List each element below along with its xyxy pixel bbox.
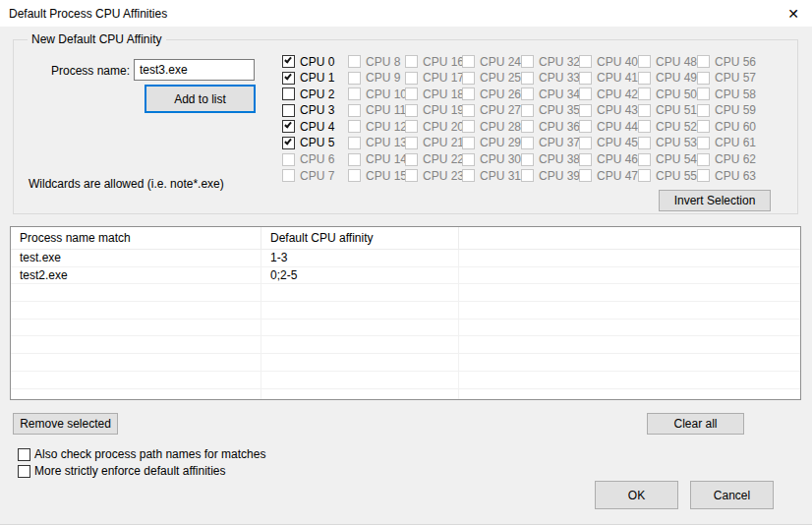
cpu-53-checkbox: CPU 53 (638, 137, 697, 149)
cpu-column-5: CPU 40CPU 41CPU 42CPU 43CPU 44CPU 45CPU … (579, 55, 638, 186)
checkbox-box (521, 169, 534, 182)
cell-empty (459, 320, 800, 337)
option-check-path-names-checkbox[interactable] (18, 448, 30, 461)
affinity-rules-table[interactable]: Process name match Default CPU affinity … (10, 226, 801, 400)
cpu-21-label: CPU 21 (423, 136, 464, 149)
cpu-43-checkbox: CPU 43 (579, 104, 638, 117)
cpu-32-label: CPU 32 (539, 55, 580, 69)
cpu-15-checkbox: CPU 15 (348, 169, 407, 182)
checkbox-box[interactable] (282, 55, 295, 68)
column-header-process-name-match[interactable]: Process name match (11, 227, 261, 250)
cell-empty (459, 354, 800, 372)
cpu-46-checkbox: CPU 46 (579, 153, 638, 166)
option-strict-affinities-checkbox[interactable] (18, 465, 30, 478)
checkbox-box (282, 153, 295, 166)
cpu-44-label: CPU 44 (597, 120, 638, 134)
remove-selected-button[interactable]: Remove selected (13, 413, 118, 435)
cell-empty (261, 389, 459, 401)
cpu-1-label: CPU 1 (300, 71, 334, 85)
cpu-3-label: CPU 3 (300, 103, 334, 117)
cell-process-name: test.exe (11, 250, 261, 267)
checkbox-box (697, 72, 710, 85)
cpu-41-checkbox: CPU 41 (579, 72, 638, 85)
column-header-empty (459, 227, 800, 250)
checkbox-box (697, 137, 710, 149)
checkbox-box (348, 137, 361, 149)
cpu-4-checkbox[interactable]: CPU 4 (282, 120, 334, 133)
cancel-button[interactable]: Cancel (690, 481, 774, 509)
cpu-15-label: CPU 15 (366, 169, 407, 183)
cpu-46-label: CPU 46 (597, 152, 638, 166)
cpu-56-label: CPU 56 (715, 55, 756, 69)
cpu-29-label: CPU 29 (480, 136, 521, 149)
cell-empty (11, 320, 261, 337)
cpu-1-checkbox[interactable]: CPU 1 (282, 72, 334, 85)
option-strict-affinities[interactable]: More strictly enforce default affinities (18, 464, 226, 478)
checkbox-box[interactable] (282, 72, 295, 85)
cpu-column-6: CPU 48CPU 49CPU 50CPU 51CPU 52CPU 53CPU … (638, 55, 697, 186)
table-row (11, 336, 800, 354)
cpu-40-label: CPU 40 (597, 55, 638, 69)
checkbox-box (579, 120, 592, 133)
cell-empty (261, 284, 459, 302)
checkbox-box (697, 104, 710, 117)
cpu-6-label: CPU 6 (300, 152, 334, 166)
checkbox-box (348, 120, 361, 133)
checkbox-box[interactable] (282, 137, 295, 149)
cpu-51-checkbox: CPU 51 (638, 104, 697, 117)
cpu-8-label: CPU 8 (366, 55, 400, 69)
cpu-18-label: CPU 18 (423, 88, 464, 101)
checkbox-box (521, 137, 534, 149)
cpu-0-label: CPU 0 (300, 55, 334, 69)
checkbox-box[interactable] (282, 120, 295, 133)
process-name-input[interactable] (134, 59, 255, 81)
invert-selection-button[interactable]: Invert Selection (659, 190, 771, 211)
checkbox-box (638, 72, 651, 85)
clear-all-button[interactable]: Clear all (647, 413, 744, 435)
option-check-path-names[interactable]: Also check process path names for matche… (18, 447, 265, 461)
option-check-path-names-label: Also check process path names for matche… (34, 447, 265, 461)
cell-empty (11, 302, 261, 320)
cpu-61-checkbox: CPU 61 (697, 137, 756, 149)
cpu-0-checkbox[interactable]: CPU 0 (282, 55, 334, 68)
checkbox-box[interactable] (282, 104, 295, 117)
cpu-24-label: CPU 24 (480, 55, 521, 69)
cpu-3-checkbox[interactable]: CPU 3 (282, 104, 334, 117)
close-icon[interactable]: ✕ (780, 3, 807, 24)
table-row[interactable]: test2.exe0;2-5 (11, 267, 800, 285)
cpu-9-checkbox: CPU 9 (348, 72, 407, 85)
cpu-12-checkbox: CPU 12 (348, 120, 407, 133)
cpu-5-checkbox[interactable]: CPU 5 (282, 137, 334, 149)
cpu-column-3: CPU 24CPU 25CPU 26CPU 27CPU 28CPU 29CPU … (462, 55, 521, 186)
cpu-42-label: CPU 42 (597, 88, 638, 101)
cpu-2-checkbox[interactable]: CPU 2 (282, 88, 334, 100)
column-header-default-cpu-affinity[interactable]: Default CPU affinity (261, 227, 459, 250)
cell-default-cpu-affinity: 0;2-5 (261, 267, 459, 285)
table-header: Process name match Default CPU affinity (11, 227, 800, 250)
cell-empty (459, 389, 800, 401)
cpu-45-checkbox: CPU 45 (579, 137, 638, 149)
cpu-57-checkbox: CPU 57 (697, 72, 756, 85)
cell-empty (11, 354, 261, 372)
add-to-list-button[interactable]: Add to list (145, 85, 256, 113)
cpu-30-label: CPU 30 (480, 152, 521, 166)
cpu-30-checkbox: CPU 30 (462, 153, 521, 166)
cell-empty (459, 302, 800, 320)
cell-empty (11, 284, 261, 302)
ok-button[interactable]: OK (595, 481, 678, 509)
cpu-20-label: CPU 20 (423, 120, 464, 134)
checkbox-box (405, 137, 418, 149)
cpu-11-label: CPU 11 (366, 103, 406, 117)
cpu-16-checkbox: CPU 16 (405, 55, 464, 68)
checkbox-box (579, 153, 592, 166)
title-bar: Default Process CPU Affinities ✕ (0, 0, 812, 27)
cpu-55-checkbox: CPU 55 (638, 169, 697, 182)
cpu-49-label: CPU 49 (656, 71, 697, 85)
table-row[interactable]: test.exe1-3 (11, 250, 800, 267)
cpu-35-checkbox: CPU 35 (521, 104, 580, 117)
checkbox-box[interactable] (282, 88, 295, 100)
cpu-37-label: CPU 37 (539, 136, 580, 149)
cpu-62-checkbox: CPU 62 (697, 153, 756, 166)
cpu-58-checkbox: CPU 58 (697, 88, 756, 100)
check-mark-icon (284, 121, 292, 129)
